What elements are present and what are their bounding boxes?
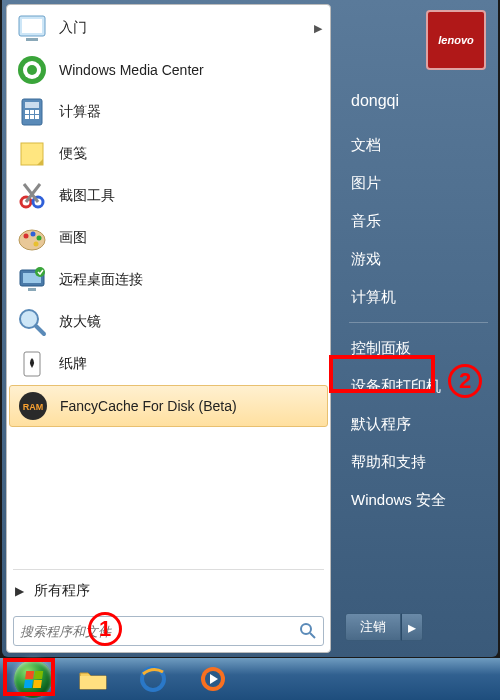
svg-rect-26 [28,288,36,291]
program-item-calculator[interactable]: 计算器 [9,91,328,133]
svg-rect-2 [26,38,38,41]
right-item-default-programs[interactable]: 默认程序 [345,405,492,443]
avatar-text: lenovo [438,34,473,46]
divider [349,322,488,323]
chevron-right-icon: ▸ [408,618,416,637]
right-item-pictures[interactable]: 图片 [345,164,492,202]
sticky-notes-icon [15,137,49,171]
taskbar-item-ie[interactable] [124,661,182,697]
svg-point-33 [301,624,311,634]
program-list: 入门 ▶ Windows Media Center 计算器 便笺 [7,5,330,567]
svg-rect-35 [80,676,106,689]
right-item-games[interactable]: 游戏 [345,240,492,278]
taskbar [0,658,500,700]
search-input[interactable] [20,624,299,639]
media-center-icon [15,53,49,87]
program-item-remote-desktop[interactable]: 远程桌面连接 [9,259,328,301]
internet-explorer-icon [138,664,168,694]
taskbar-item-explorer[interactable] [64,661,122,697]
right-item-help-support[interactable]: 帮助和支持 [345,443,492,481]
svg-rect-10 [35,110,39,114]
right-item-documents[interactable]: 文档 [345,126,492,164]
program-label: FancyCache For Disk (Beta) [60,398,237,414]
svg-rect-13 [35,115,39,119]
svg-rect-8 [25,110,29,114]
program-item-fancycache[interactable]: RAM FancyCache For Disk (Beta) [9,385,328,427]
user-folder[interactable]: dongqi [345,82,492,120]
program-label: 放大镜 [59,313,101,331]
program-item-getting-started[interactable]: 入门 ▶ [9,7,328,49]
magnifier-icon [15,305,49,339]
program-item-media-center[interactable]: Windows Media Center [9,49,328,91]
program-label: 便笺 [59,145,87,163]
media-player-icon [198,664,228,694]
shutdown-button[interactable]: 注销 [345,613,401,641]
folder-icon [77,665,109,693]
svg-point-23 [34,242,39,247]
program-item-sticky-notes[interactable]: 便笺 [9,133,328,175]
svg-rect-14 [21,143,43,165]
search-icon [299,622,317,640]
right-item-control-panel[interactable]: 控制面板 [345,329,492,367]
right-item-computer[interactable]: 计算机 [345,278,492,316]
getting-started-icon [15,11,49,45]
program-item-solitaire[interactable]: 纸牌 [9,343,328,385]
search-box[interactable] [13,616,324,646]
svg-rect-9 [30,110,34,114]
svg-rect-7 [25,102,39,108]
solitaire-icon [15,347,49,381]
start-menu: 入门 ▶ Windows Media Center 计算器 便笺 [2,0,498,657]
windows-orb-icon [14,660,52,698]
shutdown-group: 注销 ▸ [345,613,423,641]
right-item-devices-printers[interactable]: 设备和打印机 [345,367,492,405]
paint-icon [15,221,49,255]
program-label: 计算器 [59,103,101,121]
fancycache-icon: RAM [16,389,50,423]
program-item-magnifier[interactable]: 放大镜 [9,301,328,343]
svg-point-20 [24,234,29,239]
program-label: 远程桌面连接 [59,271,143,289]
start-menu-left-panel: 入门 ▶ Windows Media Center 计算器 便笺 [6,4,331,653]
chevron-right-icon: ▶ [15,584,24,598]
username-label: dongqi [351,92,399,110]
snipping-tool-icon [15,179,49,213]
user-avatar[interactable]: lenovo [426,10,486,70]
start-button[interactable] [4,661,62,697]
right-item-windows-security[interactable]: Windows 安全 [345,481,492,519]
right-item-music[interactable]: 音乐 [345,202,492,240]
taskbar-item-media-player[interactable] [184,661,242,697]
search-container [7,610,330,652]
program-label: Windows Media Center [59,62,204,78]
program-label: 入门 [59,19,87,37]
svg-rect-12 [30,115,34,119]
svg-point-21 [31,232,36,237]
divider [13,569,324,570]
svg-text:RAM: RAM [23,402,44,412]
chevron-right-icon: ▶ [314,22,322,35]
program-label: 画图 [59,229,87,247]
program-item-paint[interactable]: 画图 [9,217,328,259]
program-item-snipping-tool[interactable]: 截图工具 [9,175,328,217]
svg-point-5 [27,65,37,75]
program-label: 截图工具 [59,187,115,205]
program-label: 纸牌 [59,355,87,373]
start-menu-right-panel: lenovo dongqi 文档 图片 音乐 游戏 计算机 控制面板 设备和打印… [331,0,498,657]
all-programs[interactable]: ▶ 所有程序 [7,572,330,610]
svg-rect-1 [22,19,42,33]
svg-point-22 [37,236,42,241]
svg-line-29 [36,326,44,334]
calculator-icon [15,95,49,129]
remote-desktop-icon [15,263,49,297]
svg-line-34 [310,633,315,638]
shutdown-options-button[interactable]: ▸ [401,613,423,641]
svg-point-27 [35,267,45,277]
shutdown-label: 注销 [360,618,386,636]
all-programs-label: 所有程序 [34,582,90,600]
svg-rect-11 [25,115,29,119]
